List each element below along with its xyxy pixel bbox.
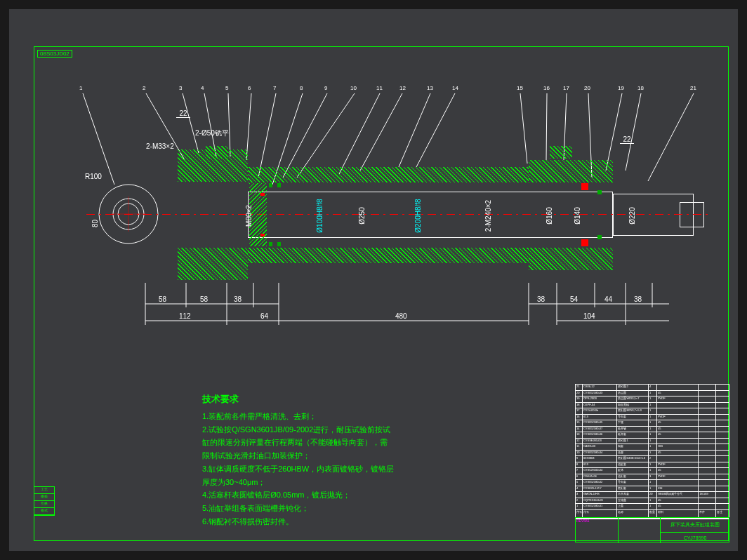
left-edge-labels: 工艺 图核 互换 格式 <box>34 486 55 516</box>
parts-list-row: 2CQPDX34.8-09左端盖145 <box>576 498 729 505</box>
parts-list-row: 16613导向套1PVDF <box>576 415 729 421</box>
dim-h: 38 <box>634 295 642 303</box>
rev-label: REV581 <box>576 519 590 523</box>
tech-req-line: 5.油缸举组备表面端槽并钝化； <box>202 502 497 515</box>
dim-h: 64 <box>260 312 268 320</box>
parts-list-row: 10CYS052180-04活塞145 <box>576 451 729 457</box>
parts-list-row: 19OPS-2003防尘圈WDI3,5×71PVDF <box>576 396 729 403</box>
tech-req-line: 限制试验光滑封油口加装保护； <box>202 449 497 462</box>
parts-list-row: 6CGK45-04油封套3PVDF <box>576 474 729 481</box>
dim-h: 44 <box>604 295 612 303</box>
dim-h: 104 <box>583 312 595 320</box>
dim-h: 38 <box>234 295 242 303</box>
dim-h: 112 <box>179 312 191 320</box>
parts-list-row: 14CYS052180-07延伸管145 <box>576 427 729 433</box>
parts-list-row: 4CYS878-11C7密封套1ZIH <box>576 486 729 493</box>
parts-list-row: 7CYS529100-04缸体145 <box>576 468 729 474</box>
parts-list-row: 1CYS052180-01上盖145 <box>576 504 729 510</box>
parts-list-row: 90370803密封圈D438×104×5.32 <box>576 456 729 462</box>
parts-list-row: 11CAHD-03钢套1H59 <box>576 444 729 451</box>
parts-list-row: 20CYS052180-03防尘圈145 <box>576 391 729 397</box>
drawing-title: 床下装具夹压缸组装图 <box>660 518 729 532</box>
parts-list-row: 15CYS052180-09下驱145 <box>576 420 729 427</box>
drawing-id: CYJ78590 <box>660 532 729 543</box>
parts-list-row: 18CKPF-04组合宽槽1 <box>576 403 729 409</box>
left-tab: 互换 <box>34 501 54 508</box>
tech-req-line: 厚度为30~40μm； <box>202 476 497 489</box>
dim-h: 58 <box>200 295 208 303</box>
tech-req-title: 技术要求 <box>202 392 497 407</box>
parts-list-row: 13CYS052180-06延伸套145 <box>576 432 729 439</box>
dim-h: 480 <box>395 312 407 320</box>
left-tab: 格式 <box>34 508 54 515</box>
parts-list-row: 17CY24-00.0b密封圈M253,7×5.31 <box>576 408 729 415</box>
tech-req-line: 缸的限速分别评量在行程两端（不能碰触导向套），需 <box>202 436 497 449</box>
parts-list-row: 21CS06-12紧钉圈24 <box>576 385 729 391</box>
parts-list-row: 5CYS052180-02导向套1 <box>576 480 729 486</box>
cad-canvas: 08S03JD02 工艺 图核 互换 格式 <box>9 9 738 551</box>
tech-req-line: 4.活塞杆表圆镀铬层Ø0.05mm，镀后抛光； <box>202 488 497 502</box>
tech-req-line: 2.试验按Q/SGN3601JB/09-2002进行，耐压试验前按试 <box>202 423 497 436</box>
parts-list: 21CS06-12紧钉圈2420CYS052180-03防尘圈14519OPS-… <box>575 384 729 519</box>
tech-req-line: 1.装配前各件需严格清洗、去刺； <box>202 410 497 423</box>
dimension-lines <box>9 9 739 346</box>
dim-h: 54 <box>570 295 578 303</box>
parts-list-row: 8613油缸套1PVDF <box>576 462 729 469</box>
tech-req-line: 6.钢配衬不得损伤密封件。 <box>202 515 497 528</box>
left-tab: 图核 <box>34 494 54 501</box>
technical-requirements: 技术要求 1.装配前各件需严格清洗、去刺； 2.试验按Q/SGN3601JB/0… <box>202 392 497 528</box>
tech-req-line: 3.缸体调质硬度不低于260HBW，内表面镀铬砂，镀铬层 <box>202 462 497 476</box>
parts-list-row: 12CYSSEJ83-03紧钉圈11 <box>576 439 729 445</box>
title-block: REV581 床下装具夹压缸组装图 CYJ78590 <box>575 517 729 542</box>
parts-list-row: 3GMON-1/HS吊头耳套20GBUB承插减千分尺18.569 <box>576 492 729 498</box>
left-tab: 工艺 <box>34 487 54 494</box>
dim-h: 38 <box>537 295 545 303</box>
dim-h: 58 <box>159 295 166 303</box>
